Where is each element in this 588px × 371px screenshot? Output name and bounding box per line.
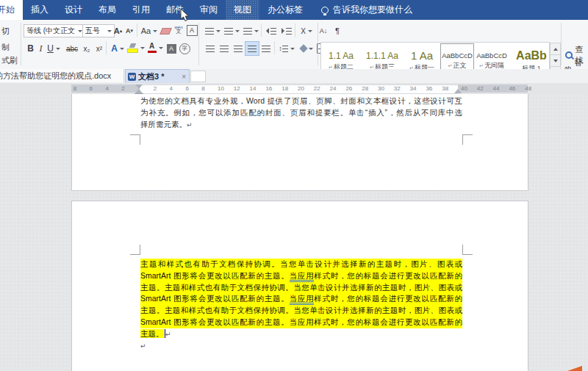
ruler-number: 24 xyxy=(330,85,337,92)
document-tab-active[interactable]: W文档3 *× xyxy=(125,69,190,84)
line-spacing-button[interactable]: ↕ xyxy=(276,41,297,56)
chevron-down-icon xyxy=(235,30,240,32)
change-case-button[interactable]: Aa xyxy=(140,24,159,38)
superscript-button[interactable]: x² xyxy=(93,41,106,56)
margin-corner-mark xyxy=(130,245,140,255)
font-color-button[interactable]: A xyxy=(146,40,165,55)
style-linked-mark: ↵ xyxy=(448,63,453,68)
underline-button[interactable]: U xyxy=(45,41,62,56)
justify-button[interactable] xyxy=(245,41,259,56)
increase-indent-button[interactable] xyxy=(279,24,295,38)
text-run: 择所需元素。 xyxy=(140,120,187,129)
page-2[interactable]: 主题和样式也有助于文档保持协调。当您单击设计并选择新的主题时，图片、图表或Sma… xyxy=(71,201,528,371)
ruler-number: 20 xyxy=(298,85,304,92)
document-line: SmartArt 图形将会更改以匹配新的主题。当应用样式时，您的标题会进行更改以… xyxy=(140,317,462,328)
character-border-button[interactable]: A xyxy=(185,23,198,37)
ruler-number: 8 xyxy=(201,85,204,92)
text-effects-button[interactable]: A xyxy=(108,41,127,56)
ribbon-tab-插入[interactable]: 插入 xyxy=(23,0,57,20)
group-divider xyxy=(318,23,318,65)
document-tab[interactable]: 了功能强大的方法帮助您证明您的观点.docx xyxy=(0,69,124,82)
right-indent-marker[interactable] xyxy=(454,89,462,93)
text-highlight-button[interactable] xyxy=(126,40,146,55)
close-icon[interactable]: × xyxy=(182,73,186,81)
strikethrough-button[interactable]: abc xyxy=(63,41,81,56)
font-name-value: 等线 (中文正文 xyxy=(26,26,75,36)
text-run: 主题。主题和样式也有助于文档保持协调。当您单击设计并选择新的主题时，图片、图表或 xyxy=(140,283,462,292)
clipboard-partial-label[interactable]: 切 xyxy=(1,26,10,37)
document-canvas: 为使您的文档具有专业外观，Word 提供了页眉、页脚、封面和文本框设计，这些设计… xyxy=(0,94,588,371)
page-2-text: 主题和样式也有助于文档保持协调。当您单击设计并选择新的主题时，图片、图表或Sma… xyxy=(140,259,462,351)
font-size-combo[interactable]: 五号 xyxy=(82,24,115,37)
show-hide-marks-button[interactable]: ¶ xyxy=(331,24,344,38)
page-1[interactable]: 为使您的文档具有专业外观，Word 提供了页眉、页脚、封面和文本框设计，这些设计… xyxy=(71,94,528,191)
align-center-button[interactable] xyxy=(217,41,232,56)
phonetic-guide-button[interactable]: wén文 xyxy=(172,22,185,37)
strikethrough-glyph: abc xyxy=(66,45,78,53)
decrease-indent-button[interactable] xyxy=(263,24,279,38)
font-size-value: 五号 xyxy=(85,26,100,36)
shrink-font-button[interactable]: A▾ xyxy=(123,24,135,38)
sort-button[interactable]: A↓ xyxy=(316,24,331,38)
subscript-button[interactable]: x₂ xyxy=(80,41,93,56)
text-run: 主题。 xyxy=(140,329,164,338)
ribbon-tab-视图[interactable]: 视图 xyxy=(226,0,259,20)
bold-glyph: B xyxy=(27,43,34,54)
document-line: 主题和样式也有助于文档保持协调。当您单击设计并选择新的主题时，图片、图表或 xyxy=(140,259,462,270)
ribbon-tab-布局[interactable]: 布局 xyxy=(90,0,124,20)
tell-me-box[interactable]: 告诉我你想要做什么 xyxy=(311,0,412,20)
ruler-number: 12 xyxy=(234,85,240,92)
paragraph-mark: ↵ xyxy=(140,342,146,350)
bullets-button[interactable] xyxy=(203,24,222,38)
ribbon-tab-办公标签[interactable]: 办公标签 xyxy=(259,0,311,20)
new-document-tab-button[interactable] xyxy=(190,71,206,82)
shading-button[interactable] xyxy=(298,41,315,56)
ruler-number: 40 xyxy=(461,85,467,92)
ribbon-tab-审阅[interactable]: 审阅 xyxy=(192,0,226,20)
character-border-icon: A xyxy=(187,25,198,36)
enclose-characters-button[interactable]: 字 xyxy=(178,41,191,56)
text-run: SmartArt 图形将会更改以匹配新的主题。 xyxy=(140,271,290,280)
clear-formatting-button[interactable] xyxy=(159,24,172,38)
chevron-down-icon xyxy=(153,30,157,32)
text-run: 当应用 xyxy=(290,271,315,282)
multilevel-list-button[interactable] xyxy=(241,24,260,38)
chevron-down-icon xyxy=(290,48,295,50)
style-gallery-scroll-up[interactable] xyxy=(550,43,561,55)
ruler-number: 38 xyxy=(442,85,448,92)
style-gallery-scroll-down[interactable] xyxy=(550,54,561,67)
group-divider xyxy=(21,23,21,65)
ruler-number: 6 xyxy=(90,85,93,92)
ruler-number: 14 xyxy=(250,85,257,92)
ribbon-tab-开始[interactable]: 开始 xyxy=(0,0,23,20)
ruler-number: 6 xyxy=(185,85,188,92)
italic-glyph: I xyxy=(40,43,43,54)
enclose-characters-icon: 字 xyxy=(179,43,190,54)
chevron-down-icon xyxy=(56,48,60,50)
document-line: SmartArt 图形将会更改以匹配新的主题。当应用样式时，您的标题会进行更改以… xyxy=(140,293,462,305)
underline-glyph: U xyxy=(47,43,54,54)
ruler-number: 34 xyxy=(410,85,417,92)
chevron-down-icon xyxy=(159,47,163,49)
ruler-number: 30 xyxy=(378,85,384,92)
tell-me-label: 告诉我你想要做什么 xyxy=(333,4,412,16)
ruler-number: 4 xyxy=(170,85,173,92)
clipboard-partial-label[interactable]: 制 xyxy=(1,42,10,53)
style-preview: AaBbCcD xyxy=(476,51,507,60)
character-shading-button[interactable]: A xyxy=(165,41,178,56)
grow-font-button[interactable]: A▴ xyxy=(112,24,124,38)
align-left-button[interactable] xyxy=(203,41,218,56)
distribute-button[interactable] xyxy=(259,41,273,56)
asian-layout-button[interactable]: X xyxy=(297,24,316,38)
ribbon-tab-引用[interactable]: 引用 xyxy=(124,0,158,20)
ruler-number: 16 xyxy=(265,85,272,92)
chevron-down-icon xyxy=(254,30,259,32)
style-preview: AaBbCcD xyxy=(442,51,473,60)
font-name-combo[interactable]: 等线 (中文正文 xyxy=(24,24,85,37)
change-case-glyph: Aa xyxy=(141,26,151,35)
bold-button[interactable]: B xyxy=(25,41,36,56)
align-right-button[interactable] xyxy=(231,41,245,56)
numbering-button[interactable] xyxy=(222,24,241,38)
clipboard-partial-label[interactable]: 式刷 xyxy=(1,55,18,66)
ribbon-tab-设计[interactable]: 设计 xyxy=(57,0,90,20)
